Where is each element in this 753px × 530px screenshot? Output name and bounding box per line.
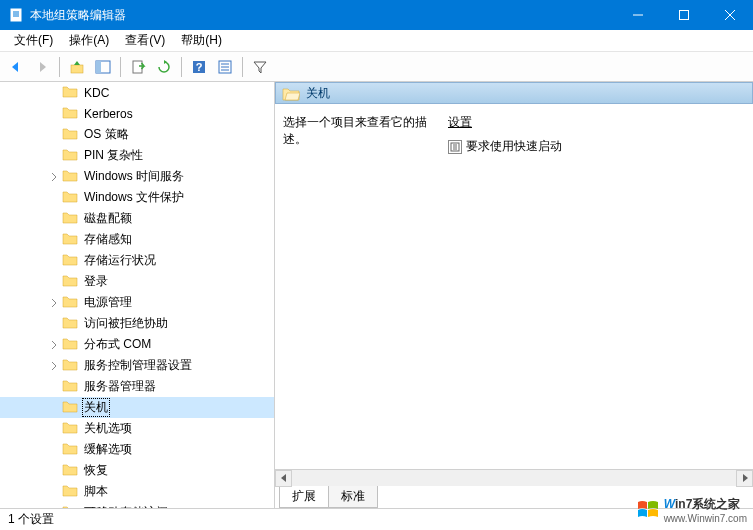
svg-rect-0 xyxy=(11,9,21,21)
menu-file[interactable]: 文件(F) xyxy=(6,30,61,51)
setting-item[interactable]: 要求使用快速启动 xyxy=(448,137,745,156)
folder-icon xyxy=(62,168,82,185)
tree-scroll[interactable]: KDCKerberosOS 策略PIN 复杂性Windows 时间服务Windo… xyxy=(0,82,274,508)
toolbar-separator xyxy=(59,57,60,77)
tree-item-label: KDC xyxy=(82,86,111,100)
tree-item[interactable]: 关机选项 xyxy=(0,418,274,439)
tree-item[interactable]: 服务器管理器 xyxy=(0,376,274,397)
folder-icon xyxy=(62,252,82,269)
window-title: 本地组策略编辑器 xyxy=(30,7,615,24)
folder-icon xyxy=(62,315,82,332)
folder-icon xyxy=(62,210,82,227)
tree-item[interactable]: OS 策略 xyxy=(0,124,274,145)
menu-view[interactable]: 查看(V) xyxy=(117,30,173,51)
menu-action[interactable]: 操作(A) xyxy=(61,30,117,51)
tree-item[interactable]: 存储感知 xyxy=(0,229,274,250)
tree-item[interactable]: 缓解选项 xyxy=(0,439,274,460)
content-area: KDCKerberosOS 策略PIN 复杂性Windows 时间服务Windo… xyxy=(0,82,753,508)
tree-item[interactable]: Kerberos xyxy=(0,103,274,124)
tree-item-label: 关机选项 xyxy=(82,420,134,437)
tree-item-label: Windows 时间服务 xyxy=(82,168,186,185)
caret-spacer xyxy=(46,379,62,395)
minimize-button[interactable] xyxy=(615,0,661,30)
tree-item[interactable]: 恢复 xyxy=(0,460,274,481)
tree-item[interactable]: 脚本 xyxy=(0,481,274,502)
details-body: 选择一个项目来查看它的描述。 设置 要求使用快速启动 xyxy=(275,104,753,469)
tree-item[interactable]: 服务控制管理器设置 xyxy=(0,355,274,376)
up-button[interactable] xyxy=(65,55,89,79)
windows-flag-icon xyxy=(636,498,660,522)
folder-icon xyxy=(62,189,82,206)
show-hide-tree-button[interactable] xyxy=(91,55,115,79)
folder-icon xyxy=(62,399,82,416)
status-text: 1 个设置 xyxy=(8,511,54,528)
forward-button[interactable] xyxy=(30,55,54,79)
tree-item[interactable]: Windows 时间服务 xyxy=(0,166,274,187)
tree-item[interactable]: 关机 xyxy=(0,397,274,418)
tab-standard[interactable]: 标准 xyxy=(328,486,378,508)
caret-spacer xyxy=(46,484,62,500)
tree-item-label: 电源管理 xyxy=(82,294,134,311)
tree-item[interactable]: 可移动存储访问 xyxy=(0,502,274,508)
scroll-left-button[interactable] xyxy=(275,470,292,487)
help-button[interactable]: ? xyxy=(187,55,211,79)
tab-extended[interactable]: 扩展 xyxy=(279,486,329,508)
scroll-right-button[interactable] xyxy=(736,470,753,487)
menu-help[interactable]: 帮助(H) xyxy=(173,30,230,51)
tree-item-label: 脚本 xyxy=(82,483,110,500)
properties-button[interactable] xyxy=(213,55,237,79)
maximize-button[interactable] xyxy=(661,0,707,30)
tree-item-label: 可移动存储访问 xyxy=(82,504,170,508)
watermark-url: www.Winwin7.com xyxy=(664,513,747,524)
close-button[interactable] xyxy=(707,0,753,30)
tree-item[interactable]: 分布式 COM xyxy=(0,334,274,355)
toolbar: ? xyxy=(0,52,753,82)
tree-item[interactable]: KDC xyxy=(0,82,274,103)
horizontal-scrollbar[interactable] xyxy=(275,469,753,486)
folder-icon xyxy=(62,420,82,437)
menubar: 文件(F) 操作(A) 查看(V) 帮助(H) xyxy=(0,30,753,52)
folder-icon xyxy=(62,294,82,311)
details-pane: 关机 选择一个项目来查看它的描述。 设置 要求使用快速启动 扩展 标准 xyxy=(275,82,753,508)
tree-item[interactable]: 登录 xyxy=(0,271,274,292)
app-icon xyxy=(8,7,24,23)
folder-icon xyxy=(62,378,82,395)
titlebar: 本地组策略编辑器 xyxy=(0,0,753,30)
details-header-title: 关机 xyxy=(306,85,330,102)
caret-spacer xyxy=(46,316,62,332)
toolbar-separator xyxy=(181,57,182,77)
folder-icon xyxy=(62,84,82,101)
expand-caret-icon[interactable] xyxy=(46,337,62,353)
scroll-track[interactable] xyxy=(292,470,736,487)
tree-item[interactable]: Windows 文件保护 xyxy=(0,187,274,208)
export-button[interactable] xyxy=(126,55,150,79)
tree-item-label: 存储感知 xyxy=(82,231,134,248)
expand-caret-icon[interactable] xyxy=(46,295,62,311)
caret-spacer xyxy=(46,85,62,101)
tree-item[interactable]: 电源管理 xyxy=(0,292,274,313)
expand-caret-icon[interactable] xyxy=(46,169,62,185)
settings-column: 设置 要求使用快速启动 xyxy=(448,114,745,469)
svg-rect-10 xyxy=(96,61,101,73)
caret-spacer xyxy=(46,274,62,290)
tree-item[interactable]: 磁盘配额 xyxy=(0,208,274,229)
refresh-button[interactable] xyxy=(152,55,176,79)
tree-item-label: 磁盘配额 xyxy=(82,210,134,227)
tree-item[interactable]: 访问被拒绝协助 xyxy=(0,313,274,334)
folder-icon xyxy=(62,504,82,508)
watermark-brand: Win7系统之家 xyxy=(664,497,741,511)
svg-text:?: ? xyxy=(196,61,203,73)
description-text: 选择一个项目来查看它的描述。 xyxy=(283,114,448,148)
tree-item[interactable]: PIN 复杂性 xyxy=(0,145,274,166)
folder-icon xyxy=(62,126,82,143)
tree-item[interactable]: 存储运行状况 xyxy=(0,250,274,271)
caret-spacer xyxy=(46,421,62,437)
back-button[interactable] xyxy=(4,55,28,79)
expand-caret-icon[interactable] xyxy=(46,358,62,374)
folder-icon xyxy=(62,231,82,248)
policy-icon xyxy=(448,140,462,154)
filter-button[interactable] xyxy=(248,55,272,79)
caret-spacer xyxy=(46,400,62,416)
caret-spacer xyxy=(46,211,62,227)
settings-header[interactable]: 设置 xyxy=(448,114,745,131)
